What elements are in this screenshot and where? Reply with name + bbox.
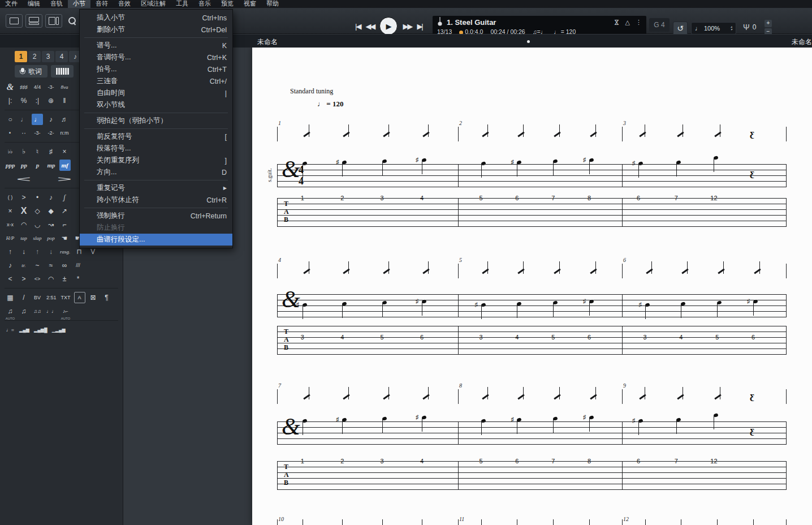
zoom-stepper[interactable]: ▴▾ [731, 25, 732, 31]
repeat-open-tool-icon[interactable]: |: [5, 95, 16, 106]
letter-text-tool-icon[interactable]: A [74, 292, 85, 303]
tempo-tool-icon[interactable]: ♩= [5, 324, 16, 335]
tap-tool-icon[interactable]: tap [18, 233, 29, 244]
trill-tool-icon[interactable]: tr. [18, 260, 29, 271]
dot-tool-icon[interactable]: · [5, 127, 16, 139]
barre-tool-icon[interactable]: BV [32, 292, 43, 303]
arpeggio-tool-icon[interactable]: ʃ [59, 192, 70, 203]
p-dynamic-tool-icon[interactable]: p [32, 160, 44, 171]
sixteenth-note-tool-icon[interactable]: ♬ [59, 114, 70, 125]
sharp-tool-icon[interactable]: ♯ [45, 146, 57, 157]
lock-tool-icon[interactable]: ⊠ [88, 292, 99, 303]
rhythm-slash[interactable] [645, 261, 654, 278]
rhythm-slash[interactable] [638, 387, 647, 404]
menu-item[interactable]: 段落符号... ▶ [80, 143, 232, 154]
ottava-tool-icon[interactable]: 8va [59, 81, 70, 93]
menu-item[interactable]: 自由时间 | ▶ [80, 87, 232, 99]
double-flat-tool-icon[interactable]: ♭♭ [5, 146, 16, 157]
rhythm-slash[interactable] [422, 124, 431, 141]
lyrics-button[interactable]: 歌词 [15, 65, 47, 78]
fade-in-tool-icon[interactable]: < [5, 273, 16, 285]
rhythm-slash[interactable] [303, 387, 312, 404]
pp-dynamic-tool-icon[interactable]: pp [19, 160, 30, 171]
chord-diagram-tool-icon[interactable]: ▦ [5, 292, 16, 303]
layout-vertical-split-button[interactable] [45, 14, 62, 28]
layout-horizontal-split-button[interactable] [25, 14, 42, 28]
menu-item[interactable]: 音调符号... Ctrl+K ▶ [80, 51, 232, 63]
pitch-control[interactable]: Ψ 0 [743, 23, 756, 32]
arpeggiate-up-tool-icon[interactable]: ↑ [32, 246, 43, 257]
menu-item[interactable]: 三连音 Ctrl+/ ▶ [80, 75, 232, 87]
menubar-item[interactable]: 音轨 [45, 0, 68, 8]
menubar-item[interactable]: 预览 [216, 0, 239, 8]
menubar-item[interactable]: 小节 [68, 0, 90, 8]
rhythm-slash[interactable] [714, 124, 723, 141]
triplet-tool-icon[interactable]: -3- [32, 127, 43, 139]
staccato-tool-icon[interactable]: • [32, 192, 43, 203]
layout-single-view-button[interactable] [6, 14, 23, 28]
pop-tool-icon[interactable]: pop [45, 233, 57, 244]
voice-button[interactable]: 1 [15, 51, 27, 62]
tab-untitled-right[interactable]: 未命名 [792, 37, 812, 47]
menu-item[interactable]: 方向... D ▶ [80, 166, 232, 178]
go-to-start-button[interactable]: |◀ [355, 22, 360, 31]
menu-item[interactable]: 删除小节 Ctrl+Del ▶ [80, 24, 232, 36]
arpeggiate-down-tool-icon[interactable]: ↓ [45, 246, 57, 257]
rhythm-slash[interactable] [517, 261, 526, 278]
beam-double-tool-icon[interactable]: ♫♫ [32, 305, 43, 317]
rhythm-slash[interactable] [589, 261, 598, 278]
volume-swell-tool-icon[interactable]: <> [32, 273, 43, 285]
time-signature-tool-icon[interactable]: 4/4 [32, 81, 43, 93]
eighth-note-tool-icon[interactable]: ♪ [45, 114, 57, 125]
rhythm-slash[interactable] [342, 124, 351, 141]
double-barline-tool-icon[interactable]: ‖ [59, 95, 70, 106]
tie-tool-icon[interactable]: ◠ [18, 219, 29, 230]
rhythm-slash[interactable] [422, 261, 431, 278]
menu-item[interactable]: 拍号... Ctrl+T ▶ [80, 63, 232, 75]
countdown-icon[interactable]: ⋈ [613, 19, 620, 25]
rhythm-slash[interactable] [481, 124, 490, 141]
rhythm-slash[interactable] [342, 261, 351, 278]
key-signature-tool-icon[interactable]: ♯♯♯ [18, 81, 29, 93]
beam-join-tool-icon[interactable]: ♫ [18, 305, 29, 317]
pinch-harmonic-tool-icon[interactable]: ◆ [45, 205, 57, 217]
rhythm-slash[interactable] [589, 124, 598, 141]
slash-region-tool-icon[interactable]: / [18, 292, 29, 303]
tab-untitled-left[interactable]: 未命名 [257, 37, 278, 47]
zoom-control[interactable]: ♩ 100% ▴▾ [691, 22, 736, 35]
rhythm-slash[interactable] [753, 261, 762, 278]
decrescendo-tool-icon[interactable]: > [45, 173, 84, 184]
rhythm-slash[interactable] [589, 387, 598, 404]
tremolo-picking-tool-icon[interactable]: /// [72, 260, 84, 271]
page-indicator-dot[interactable] [527, 40, 530, 43]
automation-ramp1-tool-icon[interactable]: ▂▄▆ [18, 324, 31, 335]
tuplet-tool-icon[interactable]: n:m [59, 127, 70, 139]
tremolo-bar-tool-icon[interactable]: ± [59, 273, 70, 285]
rhythm-slash[interactable] [717, 261, 726, 278]
menubar-item[interactable]: 音乐 [193, 0, 216, 8]
menu-item[interactable]: 防止换行 ▶ [80, 222, 232, 234]
menubar-item[interactable]: 文件 [0, 0, 23, 8]
slap-tool-icon[interactable]: slap [32, 233, 43, 244]
rhythm-slash[interactable] [342, 387, 351, 404]
fade-out-tool-icon[interactable]: > [18, 273, 29, 285]
rhythm-slash[interactable] [517, 387, 526, 404]
menubar-item[interactable]: 工具 [171, 0, 193, 8]
rasgueado-tool-icon[interactable]: rasg. [59, 246, 71, 257]
natural-tool-icon[interactable]: ♮ [32, 146, 43, 157]
rhythm-slash[interactable] [553, 124, 562, 141]
undo-button[interactable]: ↺ [673, 21, 688, 35]
strum-up-tool-icon[interactable]: ↑ [5, 246, 16, 257]
strum-down-tool-icon[interactable]: ↓ [18, 246, 29, 257]
rhythm-slash[interactable] [382, 261, 391, 278]
rhythm-slash[interactable] [681, 261, 690, 278]
rhythm-slash[interactable] [638, 124, 647, 141]
rhythm-slash[interactable] [481, 387, 490, 404]
mp-dynamic-tool-icon[interactable]: mp [46, 160, 57, 171]
beam-break-tool-icon[interactable]: ♩♩ [45, 305, 58, 317]
rhythm-slash[interactable] [676, 124, 685, 141]
rhythm-slash[interactable] [303, 261, 312, 278]
coda-tool-icon[interactable]: ⊕ [45, 95, 57, 106]
accent-tool-icon[interactable]: > [18, 192, 29, 203]
double-sharp-tool-icon[interactable]: × [59, 146, 70, 157]
